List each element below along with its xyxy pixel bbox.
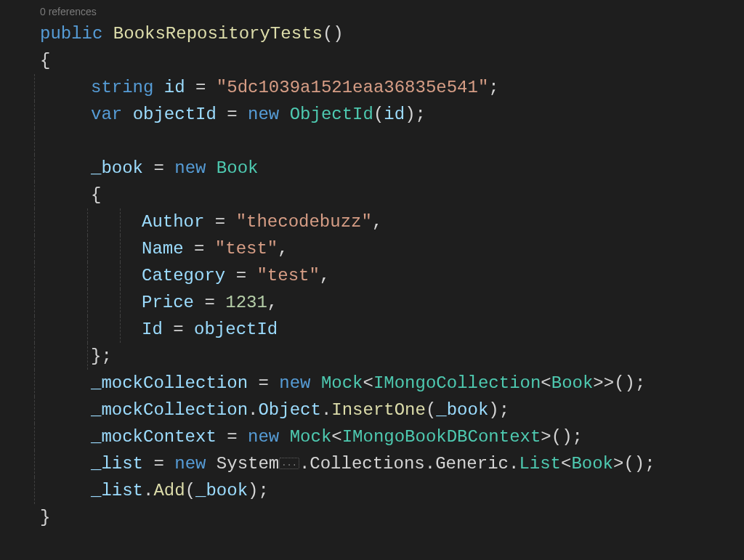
token-white xyxy=(163,320,173,339)
gutter xyxy=(0,74,29,101)
token-white xyxy=(248,373,258,393)
token-dots: ... xyxy=(279,458,299,469)
token-white xyxy=(238,427,248,447)
gutter xyxy=(0,101,29,128)
code-line[interactable]: _list.Add(_book); xyxy=(0,477,744,504)
token-punct: >(); xyxy=(613,454,655,474)
code-line[interactable]: Price = 1231, xyxy=(0,289,744,316)
token-white xyxy=(102,24,113,44)
token-punct: = xyxy=(153,158,163,178)
code-content[interactable]: { xyxy=(29,47,50,74)
token-white xyxy=(269,373,279,393)
token-white xyxy=(204,212,214,232)
gutter xyxy=(0,208,29,235)
code-content[interactable]: Price = 1231, xyxy=(29,289,278,316)
code-content[interactable]: _list.Add(_book); xyxy=(29,477,269,504)
indent-guide xyxy=(87,208,88,235)
indent-guide xyxy=(34,262,35,289)
token-white xyxy=(279,427,289,447)
code-line[interactable]: }; xyxy=(0,343,744,370)
token-white xyxy=(164,454,174,474)
token-white xyxy=(225,266,235,285)
token-var: _list xyxy=(91,454,143,474)
code-line[interactable]: Category = "test", xyxy=(0,262,744,289)
indent-guide xyxy=(34,450,35,477)
code-content[interactable]: _mockContext = new Mock<IMongoBookDBCont… xyxy=(29,423,583,450)
gutter xyxy=(0,477,29,504)
token-white xyxy=(206,454,216,474)
token-str: "5dc1039a1521eaa36835e541" xyxy=(217,78,488,97)
token-punct: < xyxy=(561,454,571,474)
code-line[interactable]: Name = "test", xyxy=(0,235,744,262)
code-line[interactable]: _book = new Book xyxy=(0,155,744,182)
token-white xyxy=(143,158,153,178)
indent-guide xyxy=(120,235,121,262)
token-punct: , xyxy=(372,212,382,232)
code-line[interactable]: Author = "thecodebuzz", xyxy=(0,208,744,235)
code-line[interactable]: { xyxy=(0,47,744,74)
indent-guide xyxy=(34,128,35,155)
token-punct: , xyxy=(278,239,288,259)
token-punct: , xyxy=(267,293,278,312)
code-line[interactable]: } xyxy=(0,504,744,531)
code-content[interactable]: Name = "test", xyxy=(29,235,288,262)
token-var: _book xyxy=(195,481,248,500)
token-punct: >(); xyxy=(541,427,583,447)
token-punct: = xyxy=(195,78,206,97)
code-content[interactable]: Category = "test", xyxy=(29,262,330,289)
code-content[interactable]: var objectId = new ObjectId(id); xyxy=(29,101,426,128)
code-line[interactable] xyxy=(0,128,744,155)
token-var: Object xyxy=(258,400,320,420)
code-line[interactable]: string id = "5dc1039a1521eaa36835e541"; xyxy=(0,74,744,101)
token-punct: . xyxy=(425,454,435,474)
code-line[interactable]: { xyxy=(0,182,744,208)
indent-guide xyxy=(87,235,88,262)
indent-guide xyxy=(34,370,35,397)
token-punct: . xyxy=(299,454,310,474)
code-line[interactable]: _list = new System....Collections.Generi… xyxy=(0,450,744,477)
gutter xyxy=(0,155,29,182)
token-type: Mock xyxy=(290,427,332,447)
gutter xyxy=(0,397,29,423)
code-content[interactable]: } xyxy=(29,504,50,531)
code-line[interactable]: _mockCollection.Object.InsertOne(_book); xyxy=(0,397,744,423)
token-method: BooksRepositoryTests xyxy=(113,24,323,44)
code-line[interactable]: _mockContext = new Mock<IMongoBookDBCont… xyxy=(0,423,744,450)
code-content[interactable]: _mockCollection.Object.InsertOne(_book); xyxy=(29,397,509,423)
code-line[interactable]: _mockCollection = new Mock<IMongoCollect… xyxy=(0,370,744,397)
token-kw: string xyxy=(91,78,153,97)
code-content[interactable]: Author = "thecodebuzz", xyxy=(29,208,382,235)
token-punct: < xyxy=(541,373,551,393)
token-punct: . xyxy=(509,454,519,474)
code-content[interactable]: _book = new Book xyxy=(29,155,258,182)
code-content[interactable]: Id = objectId xyxy=(29,316,278,343)
token-str: "test" xyxy=(256,266,319,285)
gutter xyxy=(0,128,29,155)
indent-guide xyxy=(34,316,35,343)
token-str: "thecodebuzz" xyxy=(236,212,372,232)
token-punct: < xyxy=(331,427,341,447)
code-line[interactable]: public BooksRepositoryTests() xyxy=(0,20,744,47)
code-line[interactable]: Id = objectId xyxy=(0,316,744,343)
code-content[interactable]: }; xyxy=(29,343,112,370)
gutter xyxy=(0,262,29,289)
codelens-references[interactable]: 0 references xyxy=(40,6,744,17)
token-white xyxy=(215,293,225,312)
token-white xyxy=(122,105,132,124)
indent-guide xyxy=(87,343,88,370)
code-content[interactable]: _list = new System....Collections.Generi… xyxy=(29,450,655,480)
code-content[interactable]: public BooksRepositoryTests() xyxy=(29,20,344,47)
code-line[interactable]: var objectId = new ObjectId(id); xyxy=(0,101,744,128)
indent-guide xyxy=(34,155,35,182)
code-content[interactable]: { xyxy=(29,182,101,208)
code-editor[interactable]: 0 references public BooksRepositoryTests… xyxy=(0,0,744,560)
code-container[interactable]: public BooksRepositoryTests(){string id … xyxy=(0,20,744,531)
gutter xyxy=(0,370,29,397)
token-punct: ; xyxy=(488,78,498,97)
code-content[interactable]: _mockCollection = new Mock<IMongoCollect… xyxy=(29,370,645,397)
code-content[interactable]: string id = "5dc1039a1521eaa36835e541"; xyxy=(29,74,499,101)
token-punct: ( xyxy=(185,481,195,500)
token-white xyxy=(185,78,195,97)
token-kw: new xyxy=(174,454,206,474)
token-type: Book xyxy=(217,158,259,178)
